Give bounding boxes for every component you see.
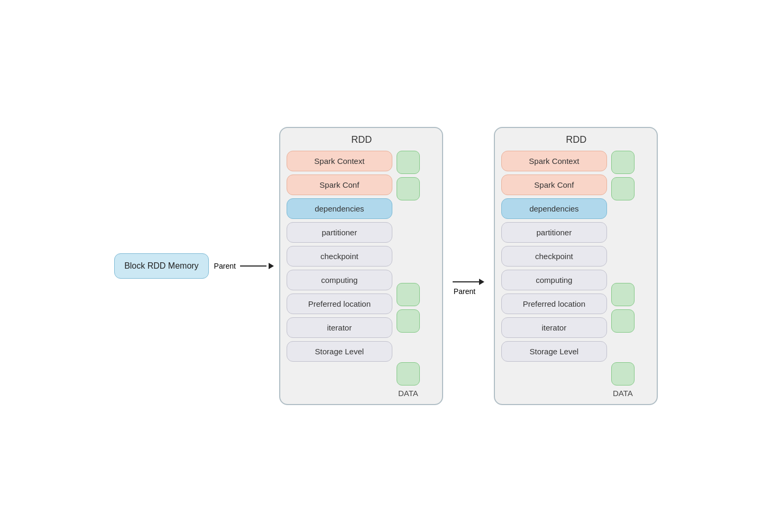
spark-context-2: Spark Context	[501, 151, 607, 171]
data-label-2: DATA	[613, 389, 633, 398]
data-sq-2-8	[611, 362, 635, 386]
arrowhead-1	[269, 263, 274, 269]
computing-1: computing	[287, 270, 392, 290]
partitioner-2: partitioner	[501, 222, 607, 243]
data-sq-2-1	[611, 177, 635, 200]
iterator-2: iterator	[501, 317, 607, 338]
data-sq-2-0	[611, 151, 635, 174]
data-sq-1-0	[397, 151, 420, 174]
data-column-1: DATA	[397, 151, 420, 398]
checkpoint-1: checkpoint	[287, 246, 392, 267]
data-sq-1-6	[397, 309, 420, 333]
data-squares-1	[397, 151, 420, 386]
dependencies-1: dependencies	[287, 198, 392, 219]
computing-2: computing	[501, 270, 607, 290]
data-squares-2	[611, 151, 635, 386]
arrow-parent-2: Parent	[453, 236, 484, 296]
iterator-1: iterator	[287, 317, 392, 338]
parent-1-label: Parent	[214, 262, 236, 270]
spark-conf-2: Spark Conf	[501, 175, 607, 195]
data-sq-1-8	[397, 362, 420, 386]
preferred-location-2: Preferred location	[501, 293, 607, 314]
arrow-parent-1: Parent	[214, 262, 274, 270]
data-sq-2-5	[611, 283, 635, 306]
rdd-fields-2: Spark Context Spark Conf dependencies pa…	[501, 151, 607, 362]
data-sq-1-5	[397, 283, 420, 306]
dependencies-2: dependencies	[501, 198, 607, 219]
rdd-fields-1: Spark Context Spark Conf dependencies pa…	[287, 151, 392, 362]
parent-2-label: Parent	[454, 287, 475, 296]
parent-2-arrow-row	[453, 279, 484, 285]
arrow-line-1	[240, 265, 266, 267]
spark-context-1: Spark Context	[287, 151, 392, 171]
data-sq-1-1	[397, 177, 420, 200]
checkpoint-2: checkpoint	[501, 246, 607, 267]
rdd-inner-1: Spark Context Spark Conf dependencies pa…	[287, 151, 420, 398]
storage-level-1: Storage Level	[287, 341, 392, 362]
preferred-location-1: Preferred location	[287, 293, 392, 314]
block-rdd-memory: Block RDD Memory	[114, 253, 208, 279]
diagram: Block RDD Memory Parent RDD Spark Contex…	[114, 127, 658, 405]
partitioner-1: partitioner	[287, 222, 392, 243]
arrowhead-2	[479, 279, 484, 285]
rdd-inner-2: Spark Context Spark Conf dependencies pa…	[501, 151, 635, 398]
arrow-line-2	[453, 281, 479, 282]
data-label-1: DATA	[398, 389, 418, 398]
rdd-title-2: RDD	[501, 134, 651, 145]
rdd-container-1: RDD Spark Context Spark Conf dependencie…	[279, 127, 443, 405]
storage-level-2: Storage Level	[501, 341, 607, 362]
block-rdd-label: Block RDD Memory	[124, 261, 198, 270]
spark-conf-1: Spark Conf	[287, 175, 392, 195]
rdd-title-1: RDD	[287, 134, 437, 145]
data-sq-2-6	[611, 309, 635, 333]
rdd-container-2: RDD Spark Context Spark Conf dependencie…	[494, 127, 658, 405]
data-column-2: DATA	[611, 151, 635, 398]
